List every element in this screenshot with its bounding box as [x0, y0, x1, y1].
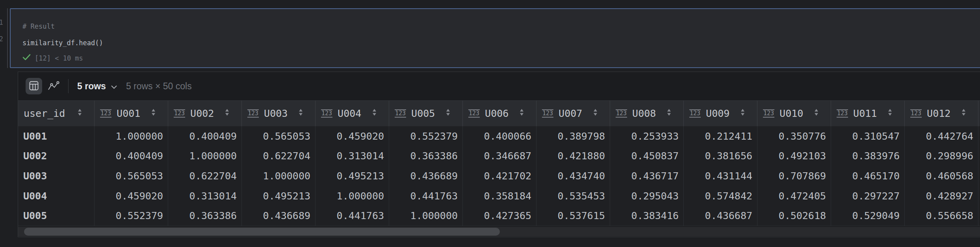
table-cell[interactable]: 1.000000	[316, 186, 389, 206]
column-header-u008[interactable]: 123U008	[610, 101, 684, 126]
sort-arrows-icon	[587, 108, 598, 119]
column-header-u009[interactable]: 123U009	[684, 101, 757, 126]
table-cell[interactable]: 0.358184	[463, 186, 536, 206]
column-header-u007[interactable]: 123U007	[536, 101, 610, 126]
table-cell[interactable]: 0.552379	[389, 126, 463, 146]
table-cell[interactable]: 0.421880	[536, 146, 610, 166]
column-header-label: U002	[190, 108, 214, 119]
table-cell[interactable]: 0.441763	[389, 186, 463, 206]
table-cell[interactable]: 0.441763	[316, 206, 389, 226]
sort-arrows-icon	[514, 108, 524, 119]
table-cell[interactable]: 0.492103	[757, 146, 831, 166]
numeric-type-icon: 123	[616, 109, 627, 118]
table-cell[interactable]: 0.565053	[95, 166, 168, 186]
column-header-u003[interactable]: 123U003	[242, 101, 316, 126]
table-cell[interactable]: 0.389798	[536, 126, 610, 146]
column-header-u002[interactable]: 123U002	[168, 101, 242, 126]
chart-view-button[interactable]	[45, 78, 62, 94]
sort-arrows-icon	[661, 108, 672, 119]
table-cell[interactable]: 1.000000	[95, 126, 168, 146]
table-cell[interactable]: 0.472405	[757, 186, 831, 206]
table-cell[interactable]: 0.313014	[168, 186, 242, 206]
row-label[interactable]: U003	[18, 166, 95, 186]
numeric-type-icon: 123	[395, 109, 406, 118]
notebook-code-cell[interactable]: # Result similarity_df.head() [12] < 10 …	[10, 8, 980, 68]
table-cell[interactable]: 0.400066	[463, 126, 536, 146]
table-cell[interactable]: 1.000000	[389, 206, 463, 226]
table-cell[interactable]: 0.383976	[831, 146, 905, 166]
column-header-index[interactable]: user_id	[18, 101, 95, 126]
table-cell[interactable]: 0.495213	[316, 166, 389, 186]
table-cell[interactable]: 0.459020	[316, 126, 389, 146]
table-cell[interactable]: 0.436687	[684, 206, 757, 226]
horizontal-scrollbar[interactable]	[18, 227, 980, 236]
column-header-partial[interactable]: 123	[978, 101, 980, 126]
table-cell[interactable]: 0.434740	[536, 166, 610, 186]
table-cell[interactable]: 0.295043	[610, 186, 684, 206]
table-cell-clipped	[978, 166, 980, 186]
table-cell[interactable]: 0.436717	[610, 166, 684, 186]
column-header-label: U011	[853, 108, 877, 119]
table-cell[interactable]: 0.707869	[757, 166, 831, 186]
table-cell[interactable]: 0.502618	[757, 206, 831, 226]
table-cell[interactable]: 0.436689	[242, 206, 316, 226]
column-header-u004[interactable]: 123U004	[316, 101, 389, 126]
table-cell[interactable]: 0.556658	[905, 206, 978, 226]
table-cell[interactable]: 0.350776	[757, 126, 831, 146]
table-cell[interactable]: 0.428927	[905, 186, 978, 206]
table-cell[interactable]: 0.346687	[463, 146, 536, 166]
column-header-u010[interactable]: 123U010	[757, 101, 831, 126]
table-cell[interactable]: 0.431144	[684, 166, 757, 186]
table-cell[interactable]: 0.427365	[463, 206, 536, 226]
table-cell[interactable]: 0.400409	[168, 126, 242, 146]
table-cell[interactable]: 0.298996	[905, 146, 978, 166]
row-label[interactable]: U005	[18, 206, 95, 226]
table-cell[interactable]: 0.622704	[168, 166, 242, 186]
execution-status: [12] < 10 ms	[22, 54, 83, 62]
numeric-type-icon: 123	[100, 109, 111, 118]
column-header-u006[interactable]: 123U006	[463, 101, 536, 126]
table-cell[interactable]: 0.450837	[610, 146, 684, 166]
table-cell[interactable]: 0.436689	[389, 166, 463, 186]
table-cell[interactable]: 0.442764	[905, 126, 978, 146]
table-cell[interactable]: 0.421702	[463, 166, 536, 186]
column-header-u012[interactable]: 123U012	[905, 101, 978, 126]
table-cell[interactable]: 0.495213	[242, 186, 316, 206]
table-cell[interactable]: 0.310547	[831, 126, 905, 146]
table-cell[interactable]: 0.383416	[610, 206, 684, 226]
table-cell[interactable]: 0.363386	[168, 206, 242, 226]
chevron-down-icon	[111, 81, 117, 92]
table-cell[interactable]: 0.363386	[389, 146, 463, 166]
numeric-type-icon: 123	[247, 109, 259, 118]
table-cell[interactable]: 0.460568	[905, 166, 978, 186]
table-cell[interactable]: 0.565053	[242, 126, 316, 146]
row-label[interactable]: U004	[18, 186, 95, 206]
table-cell[interactable]: 0.400409	[95, 146, 168, 166]
table-view-button[interactable]	[26, 78, 42, 94]
table-cell[interactable]: 0.459020	[95, 186, 168, 206]
column-header-u011[interactable]: 123U011	[831, 101, 905, 126]
execution-time-label: [12] < 10 ms	[35, 54, 83, 62]
row-count-dropdown[interactable]: 5 rows	[77, 81, 117, 92]
table-cell[interactable]: 0.535453	[536, 186, 610, 206]
table-cell[interactable]: 0.529049	[831, 206, 905, 226]
table-cell[interactable]: 0.381656	[684, 146, 757, 166]
column-header-u001[interactable]: 123U001	[95, 101, 168, 126]
table-cell[interactable]: 0.253933	[610, 126, 684, 146]
table-cell[interactable]: 0.313014	[316, 146, 389, 166]
table-cell[interactable]: 0.552379	[95, 206, 168, 226]
row-label[interactable]: U002	[18, 146, 95, 166]
table-cell[interactable]: 0.537615	[536, 206, 610, 226]
column-header-label: U004	[338, 108, 361, 119]
row-label[interactable]: U001	[18, 126, 95, 146]
table-cell[interactable]: 0.465170	[831, 166, 905, 186]
table-cell[interactable]: 0.212411	[684, 126, 757, 146]
table-cell[interactable]: 0.622704	[242, 146, 316, 166]
table-cell[interactable]: 1.000000	[168, 146, 242, 166]
sort-arrows-icon	[72, 108, 82, 119]
table-cell[interactable]: 1.000000	[242, 166, 316, 186]
table-cell[interactable]: 0.574842	[684, 186, 757, 206]
table-cell[interactable]: 0.297227	[831, 186, 905, 206]
column-header-u005[interactable]: 123U005	[389, 101, 463, 126]
horizontal-scrollbar-thumb[interactable]	[24, 228, 500, 236]
